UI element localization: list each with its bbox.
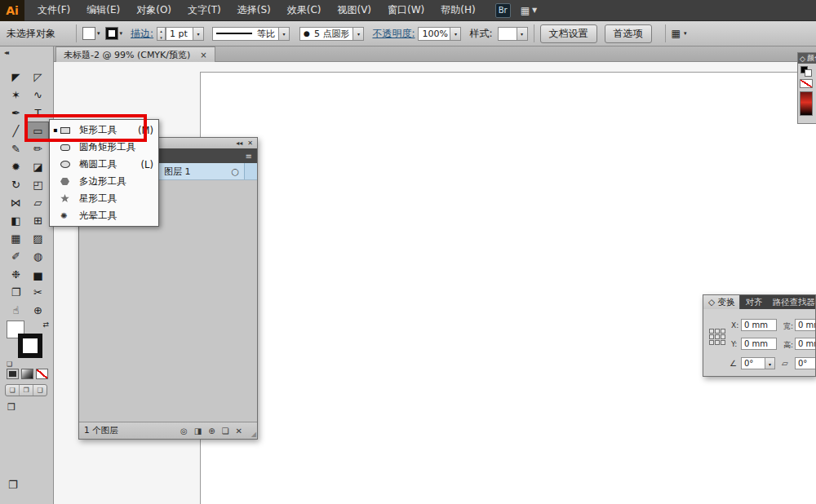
- reference-point[interactable]: [721, 329, 725, 334]
- stroke-weight-value[interactable]: 1 pt: [166, 27, 193, 41]
- collapse-panel-icon[interactable]: ◂◂: [4, 49, 7, 56]
- blob-brush-tool[interactable]: ✹: [5, 157, 27, 175]
- color-button[interactable]: [7, 369, 19, 379]
- stroke-color-dropdown[interactable]: ▾: [105, 27, 123, 40]
- menubar-item[interactable]: 选择(S): [229, 0, 279, 20]
- white-swatch[interactable]: [805, 69, 812, 77]
- menubar-item[interactable]: 文件(F): [29, 0, 78, 20]
- tab-变换[interactable]: ◇ 变换: [703, 295, 740, 309]
- reference-point[interactable]: [721, 340, 725, 345]
- artboard-tool[interactable]: ❐: [5, 283, 27, 301]
- menubar-item[interactable]: 文字(T): [180, 0, 229, 20]
- color-panel-tab[interactable]: ◇ 颜色: [798, 53, 816, 64]
- draw-mode-0-icon[interactable]: ❏: [6, 385, 20, 396]
- stroke-link[interactable]: 描边:: [131, 27, 153, 41]
- fill-color-dropdown[interactable]: ▾: [82, 27, 100, 40]
- none-button[interactable]: [36, 369, 48, 379]
- stroke-color-box[interactable]: [18, 334, 42, 358]
- workspace-switcher[interactable]: ▦ ▼: [521, 5, 538, 16]
- eyedropper-tool[interactable]: ✐: [5, 247, 27, 265]
- reference-point-grid[interactable]: [709, 329, 725, 345]
- tab-对齐[interactable]: 对齐: [740, 295, 767, 309]
- menubar-item[interactable]: 编辑(E): [78, 0, 128, 20]
- blend-tool[interactable]: ◍: [27, 247, 49, 265]
- delete-layer-icon[interactable]: ✕: [236, 427, 242, 435]
- menubar-item[interactable]: 窗口(W): [379, 0, 432, 20]
- selection-tool[interactable]: ◤: [5, 68, 27, 86]
- brush-definition-dropdown[interactable]: ● 5 点圆形: [299, 27, 353, 41]
- style-caret[interactable]: ▾: [517, 27, 528, 41]
- slice-tool[interactable]: ✂: [27, 283, 49, 301]
- symbol-sprayer-tool[interactable]: ❉: [5, 265, 27, 283]
- locate-object-icon[interactable]: ◎: [180, 427, 188, 435]
- close-icon[interactable]: ×: [200, 51, 206, 60]
- reference-point[interactable]: [715, 334, 720, 339]
- mesh-tool[interactable]: ▦: [5, 229, 27, 247]
- line-segment-tool[interactable]: ╱: [5, 122, 27, 139]
- draw-mode-1-icon[interactable]: ❐: [20, 385, 33, 396]
- rotate-field[interactable]: 0°: [741, 357, 765, 369]
- default-fill-stroke-icon[interactable]: ❏: [7, 360, 12, 368]
- new-layer-icon[interactable]: ❏: [222, 427, 229, 435]
- stroke-weight-dropdown[interactable]: ▾: [193, 27, 204, 41]
- height-field[interactable]: 0 mm: [795, 338, 816, 350]
- screen-mode-icon[interactable]: ❒: [7, 402, 16, 413]
- menubar-item[interactable]: 对象(O): [128, 0, 180, 20]
- menubar-item[interactable]: 效果(C): [279, 0, 330, 20]
- y-field[interactable]: 0 mm: [741, 338, 777, 350]
- tab-路径查找器[interactable]: 路径查找器: [767, 295, 815, 309]
- target-circle-icon[interactable]: ○: [231, 166, 239, 177]
- swap-fill-stroke-icon[interactable]: ⇄: [42, 321, 49, 329]
- menubar-item[interactable]: 视图(V): [329, 0, 379, 20]
- gradient-ramp-swatch[interactable]: [800, 91, 813, 116]
- bw-swatches[interactable]: [800, 66, 814, 77]
- reference-point[interactable]: [709, 334, 714, 339]
- pen-tool[interactable]: ✒: [5, 104, 27, 122]
- pencil-tool[interactable]: ✏: [27, 139, 49, 157]
- layer-selection-column[interactable]: [244, 163, 257, 179]
- opacity-caret[interactable]: ▾: [450, 27, 461, 41]
- reference-point[interactable]: [715, 340, 720, 345]
- app-logo[interactable]: Ai: [0, 0, 24, 21]
- zoom-tool[interactable]: ⊕: [27, 301, 49, 319]
- flyout-item-ellipse[interactable]: 椭圆工具(L): [50, 156, 158, 173]
- gradient-button[interactable]: [21, 369, 33, 379]
- bridge-icon[interactable]: Br: [495, 3, 511, 18]
- hand-tool[interactable]: ☝: [5, 301, 27, 319]
- scale-tool[interactable]: ◰: [27, 175, 49, 193]
- none-swatch[interactable]: [800, 79, 813, 88]
- menubar-item[interactable]: 帮助(H): [432, 0, 483, 20]
- shape-builder-tool[interactable]: ◧: [5, 211, 27, 229]
- eraser-tool[interactable]: ◪: [27, 157, 49, 175]
- close-icon[interactable]: ✕: [247, 139, 253, 147]
- flyout-item-star[interactable]: 星形工具: [50, 190, 158, 207]
- control-options-icon[interactable]: ▦: [672, 28, 681, 39]
- paintbrush-tool[interactable]: ✎: [5, 139, 27, 157]
- flyout-item-poly[interactable]: 多边形工具: [50, 173, 158, 190]
- lasso-tool[interactable]: ∿: [27, 86, 49, 104]
- free-transform-tool[interactable]: ▱: [27, 193, 49, 211]
- preferences-button[interactable]: 首选项: [605, 24, 652, 43]
- clipping-mask-icon[interactable]: ◨: [194, 427, 202, 435]
- opacity-value[interactable]: 100%: [418, 27, 450, 41]
- x-field[interactable]: 0 mm: [741, 319, 777, 331]
- collapse-panel-icon[interactable]: ◂◂: [236, 139, 242, 147]
- width-profile-caret[interactable]: ▾: [279, 27, 290, 41]
- spinner-up-icon[interactable]: ▴: [157, 28, 165, 34]
- direct-selection-tool[interactable]: ◸: [27, 68, 49, 86]
- panel-menu-icon[interactable]: ≡: [246, 152, 252, 161]
- rotate-caret[interactable]: ▾: [765, 357, 775, 369]
- flyout-item-flare[interactable]: ✺光晕工具: [50, 207, 158, 224]
- perspective-grid-tool[interactable]: ⊞: [27, 211, 49, 229]
- layer-name[interactable]: 图层 1: [164, 166, 231, 178]
- column-graph-tool[interactable]: ▅: [27, 265, 49, 283]
- resize-grip-icon[interactable]: ◢: [251, 431, 256, 438]
- reference-point[interactable]: [721, 334, 725, 339]
- width-profile-dropdown[interactable]: 等比: [212, 27, 279, 41]
- opacity-link[interactable]: 不透明度:: [372, 27, 415, 41]
- new-sublayer-icon[interactable]: ⊕: [208, 427, 215, 435]
- document-setup-button[interactable]: 文档设置: [540, 24, 597, 43]
- reference-point[interactable]: [709, 329, 714, 334]
- width-tool[interactable]: ⋈: [5, 193, 27, 211]
- reference-point[interactable]: [709, 340, 714, 345]
